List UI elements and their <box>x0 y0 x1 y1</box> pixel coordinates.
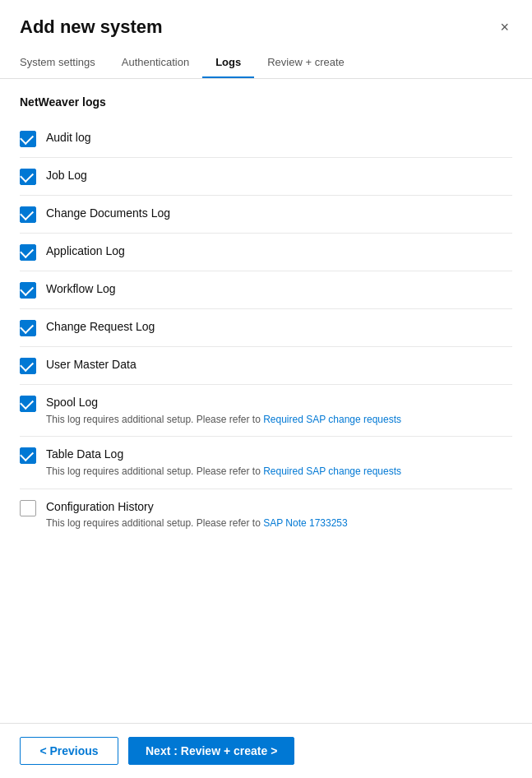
log-item-change-documents-log: Change Documents Log <box>20 196 512 234</box>
log-label-change-documents-log: Change Documents Log <box>46 206 170 222</box>
checkbox-audit-log[interactable] <box>20 131 36 147</box>
checkbox-change-request-log[interactable] <box>20 320 36 336</box>
spool-log-link[interactable]: Required SAP change requests <box>263 414 401 425</box>
checkbox-spool-log[interactable] <box>20 396 36 412</box>
close-button[interactable]: × <box>497 16 512 38</box>
add-new-system-dialog: Add new system × System settings Authent… <box>0 0 532 778</box>
log-label-change-request-log: Change Request Log <box>46 319 155 336</box>
log-item-user-master-data: User Master Data <box>20 347 512 385</box>
tab-review-create[interactable]: Review + create <box>254 48 358 78</box>
checkbox-workflow-log[interactable] <box>20 282 36 299</box>
log-item-job-log: Job Log <box>20 158 512 196</box>
log-item-table-data-log: Table Data Log This log requires additio… <box>20 437 512 489</box>
log-label-application-log: Application Log <box>46 243 125 260</box>
spool-log-desc-text: This log requires additional setup. Plea… <box>46 414 263 425</box>
dialog-footer: < Previous Next : Review + create > <box>0 723 532 778</box>
checkbox-configuration-history[interactable] <box>20 500 36 516</box>
log-label-configuration-history: Configuration History This log requires … <box>46 499 348 530</box>
tabs-nav: System settings Authentication Logs Revi… <box>0 48 532 79</box>
log-label-audit-log: Audit log <box>46 130 90 146</box>
tab-logs[interactable]: Logs <box>202 48 254 78</box>
tab-system-settings[interactable]: System settings <box>20 48 109 78</box>
checkbox-application-log[interactable] <box>20 244 36 261</box>
configuration-history-link[interactable]: SAP Note 1733253 <box>263 517 348 529</box>
log-item-workflow-log: Workflow Log <box>20 271 512 309</box>
log-label-spool-log: Spool Log This log requires additional s… <box>46 395 401 426</box>
log-item-change-request-log: Change Request Log <box>20 309 512 347</box>
configuration-history-desc-text: This log requires additional setup. Plea… <box>46 517 263 529</box>
checkbox-user-master-data[interactable] <box>20 358 36 374</box>
table-data-log-desc-text: This log requires additional setup. Plea… <box>46 465 263 477</box>
content-area: NetWeaver logs Audit log Job Log <box>0 79 532 723</box>
log-label-workflow-log: Workflow Log <box>46 281 116 298</box>
table-data-log-link[interactable]: Required SAP change requests <box>263 465 401 477</box>
log-label-table-data-log: Table Data Log This log requires additio… <box>46 447 401 478</box>
next-button[interactable]: Next : Review + create > <box>128 737 294 765</box>
log-label-job-log: Job Log <box>46 168 87 184</box>
log-item-audit-log: Audit log <box>20 120 512 158</box>
section-title: NetWeaver logs <box>20 95 512 109</box>
log-item-configuration-history: Configuration History This log requires … <box>20 489 512 540</box>
checkbox-job-log[interactable] <box>20 169 36 185</box>
checkbox-change-documents-log[interactable] <box>20 206 36 223</box>
checkbox-table-data-log[interactable] <box>20 447 36 464</box>
log-label-user-master-data: User Master Data <box>46 357 136 373</box>
previous-button[interactable]: < Previous <box>20 737 118 765</box>
tab-authentication[interactable]: Authentication <box>109 48 202 78</box>
log-item-application-log: Application Log <box>20 234 512 271</box>
dialog-header: Add new system × <box>0 0 532 48</box>
log-item-spool-log: Spool Log This log requires additional s… <box>20 385 512 437</box>
dialog-title: Add new system <box>20 16 163 38</box>
